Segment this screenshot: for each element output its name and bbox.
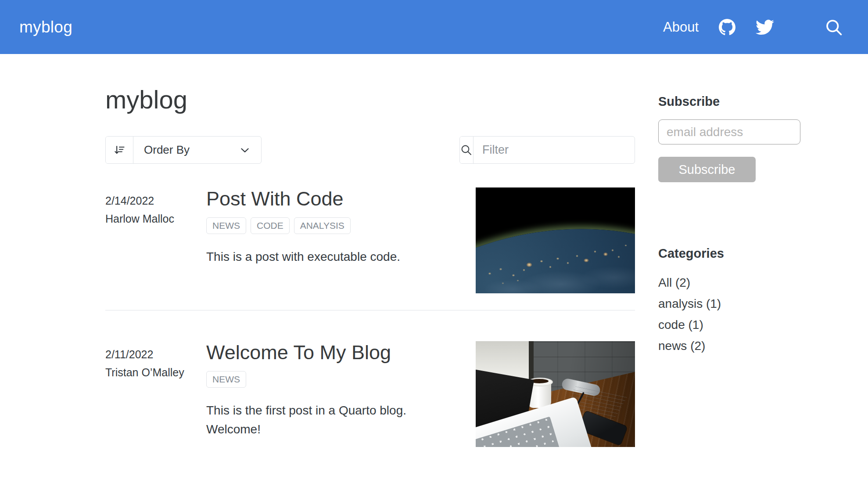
post-author: Harlow Malloc (105, 210, 206, 228)
chevron-down-icon (239, 144, 251, 156)
categories-section: Categories All (2) analysis (1) code (1)… (658, 246, 800, 357)
tag-analysis[interactable]: ANALYSIS (294, 217, 351, 234)
email-field[interactable] (658, 119, 800, 144)
post-tags: NEWS (206, 371, 476, 388)
category-list: All (2) analysis (1) code (1) news (2) (658, 272, 800, 357)
filter-control (459, 136, 635, 164)
sidebar: Subscribe Subscribe Categories All (2) a… (658, 94, 800, 464)
category-item-all[interactable]: All (2) (658, 272, 800, 293)
category-item-news[interactable]: news (2) (658, 335, 800, 357)
tag-news[interactable]: NEWS (206, 217, 246, 234)
page-title: myblog (105, 85, 635, 114)
twitter-icon[interactable] (756, 18, 774, 36)
earth-city-lights (476, 187, 635, 293)
filter-input[interactable] (473, 137, 635, 163)
post-meta: 2/14/2022 Harlow Malloc (105, 187, 206, 293)
navbar-brand[interactable]: myblog (19, 18, 72, 36)
listing-toolbar: Order By (105, 136, 635, 164)
post-author: Tristan O’Malley (105, 364, 206, 382)
post-body: Post With Code NEWS CODE ANALYSIS This i… (206, 187, 476, 293)
post-title[interactable]: Welcome To My Blog (206, 341, 476, 364)
tag-news[interactable]: NEWS (206, 371, 246, 388)
post-row-1: 2/14/2022 Harlow Malloc Post With Code N… (105, 187, 635, 310)
navbar: myblog About (0, 0, 868, 54)
post-row-2: 2/11/2022 Tristan O’Malley Welcome To My… (105, 310, 635, 464)
category-item-analysis[interactable]: analysis (1) (658, 293, 800, 314)
order-by-select[interactable]: Order By (133, 137, 261, 163)
filter-search-icon (460, 137, 473, 163)
post-body: Welcome To My Blog NEWS This is the firs… (206, 341, 476, 447)
post-listing: 2/14/2022 Harlow Malloc Post With Code N… (105, 187, 635, 464)
tag-code[interactable]: CODE (251, 217, 290, 234)
main-column: myblog Order By (105, 54, 635, 464)
nav-link-about[interactable]: About (663, 19, 699, 35)
post-meta: 2/11/2022 Tristan O’Malley (105, 341, 206, 447)
search-icon[interactable] (824, 18, 843, 37)
order-by-label: Order By (144, 143, 190, 157)
subscribe-button[interactable]: Subscribe (658, 157, 756, 182)
post-description: This is the first post in a Quarto blog.… (206, 401, 428, 439)
post-title[interactable]: Post With Code (206, 187, 476, 210)
category-item-code[interactable]: code (1) (658, 314, 800, 335)
navbar-right: About (663, 18, 843, 37)
post-thumbnail-desk[interactable] (476, 341, 635, 447)
categories-heading: Categories (658, 246, 800, 261)
content-wrap: myblog Order By (0, 54, 868, 464)
post-description: This is a post with executable code. (206, 247, 428, 266)
post-tags: NEWS CODE ANALYSIS (206, 217, 476, 234)
subscribe-heading: Subscribe (658, 94, 800, 109)
post-date: 2/11/2022 (105, 346, 206, 364)
order-by-control[interactable]: Order By (105, 136, 262, 164)
post-date: 2/14/2022 (105, 192, 206, 210)
post-thumbnail-earth[interactable] (476, 187, 635, 293)
github-icon[interactable] (719, 19, 735, 36)
sort-icon (106, 137, 133, 163)
